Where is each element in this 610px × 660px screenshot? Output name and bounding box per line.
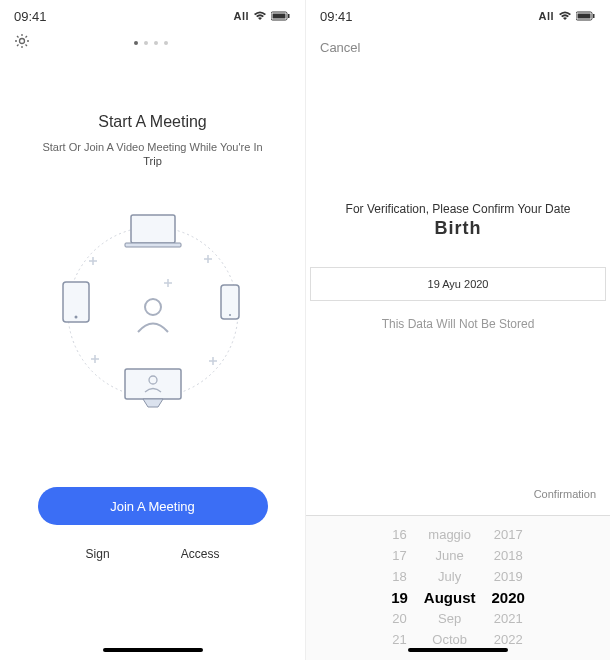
battery-icon xyxy=(271,11,291,21)
picker-year-item[interactable]: 2017 xyxy=(494,524,523,545)
picker-day-item[interactable]: 16 xyxy=(392,524,406,545)
verify-title: For Verification, Please Confirm Your Da… xyxy=(306,202,610,216)
dot-4 xyxy=(164,41,168,45)
verification-screen: 09:41 All Cancel For Verification, Pleas… xyxy=(305,0,610,660)
access-link[interactable]: Access xyxy=(181,547,220,561)
data-note: This Data Will Not Be Stored xyxy=(306,317,610,331)
status-right: All xyxy=(233,10,291,22)
picker-day-item[interactable]: 20 xyxy=(392,608,406,629)
welcome-subtitle2: Trip xyxy=(0,155,305,167)
picker-year-item[interactable]: 2021 xyxy=(494,608,523,629)
confirmation-link[interactable]: Confirmation xyxy=(534,488,596,500)
svg-rect-15 xyxy=(578,14,591,19)
svg-rect-16 xyxy=(593,14,595,18)
status-time: 09:41 xyxy=(14,9,47,24)
svg-point-11 xyxy=(229,314,231,316)
svg-point-5 xyxy=(145,299,161,315)
svg-rect-1 xyxy=(273,14,286,19)
picker-day-item[interactable]: 18 xyxy=(392,566,406,587)
gear-icon[interactable] xyxy=(14,33,30,53)
verify-birth: Birth xyxy=(306,218,610,239)
dot-1 xyxy=(134,41,138,45)
top-bar xyxy=(0,28,305,58)
date-picker[interactable]: 16 17 18 19 20 21 maggio June July Augus… xyxy=(306,515,610,660)
picker-month-item[interactable]: July xyxy=(438,566,461,587)
picker-month-column[interactable]: maggio June July August Sep Octob xyxy=(416,516,484,660)
svg-rect-6 xyxy=(131,215,175,243)
bottom-links: Sign Access xyxy=(0,547,305,561)
status-carrier: All xyxy=(538,10,554,22)
welcome-subtitle: Start Or Join A Video Meeting While You'… xyxy=(0,141,305,153)
svg-rect-10 xyxy=(221,285,239,319)
picker-month-item[interactable]: Sep xyxy=(438,608,461,629)
dot-2 xyxy=(144,41,148,45)
sign-link[interactable]: Sign xyxy=(86,547,110,561)
cancel-link[interactable]: Cancel xyxy=(306,28,610,67)
picker-year-item[interactable]: 2018 xyxy=(494,545,523,566)
picker-day-item[interactable]: 21 xyxy=(392,629,406,650)
join-meeting-button[interactable]: Join A Meeting xyxy=(38,487,268,525)
welcome-title: Start A Meeting xyxy=(0,113,305,131)
picker-year-item[interactable]: 2022 xyxy=(494,629,523,650)
dot-3 xyxy=(154,41,158,45)
picker-day-item[interactable]: 17 xyxy=(392,545,406,566)
svg-rect-7 xyxy=(125,243,181,247)
date-input[interactable]: 19 Ayu 2020 xyxy=(310,267,606,301)
meeting-illustration xyxy=(43,197,263,427)
status-bar: 09:41 All xyxy=(0,0,305,28)
status-time: 09:41 xyxy=(320,9,353,24)
battery-icon xyxy=(576,11,596,21)
home-indicator[interactable] xyxy=(103,648,203,652)
wifi-icon xyxy=(558,11,572,21)
svg-point-9 xyxy=(74,316,77,319)
home-indicator[interactable] xyxy=(408,648,508,652)
picker-year-selected[interactable]: 2020 xyxy=(491,587,524,608)
picker-month-item[interactable]: June xyxy=(436,545,464,566)
picker-day-column[interactable]: 16 17 18 19 20 21 xyxy=(383,516,416,660)
welcome-screen: 09:41 All Start A Meeting Start Or Join … xyxy=(0,0,305,660)
status-carrier: All xyxy=(233,10,249,22)
status-right: All xyxy=(538,10,596,22)
picker-month-item[interactable]: maggio xyxy=(428,524,471,545)
picker-month-item[interactable]: Octob xyxy=(432,629,467,650)
svg-rect-2 xyxy=(288,14,290,18)
status-bar: 09:41 All xyxy=(306,0,610,28)
picker-year-column[interactable]: 2017 2018 2019 2020 2021 2022 xyxy=(483,516,532,660)
svg-point-3 xyxy=(20,39,25,44)
page-dots xyxy=(134,41,168,45)
wifi-icon xyxy=(253,11,267,21)
picker-day-selected[interactable]: 19 xyxy=(391,587,408,608)
picker-month-selected[interactable]: August xyxy=(424,587,476,608)
picker-year-item[interactable]: 2019 xyxy=(494,566,523,587)
